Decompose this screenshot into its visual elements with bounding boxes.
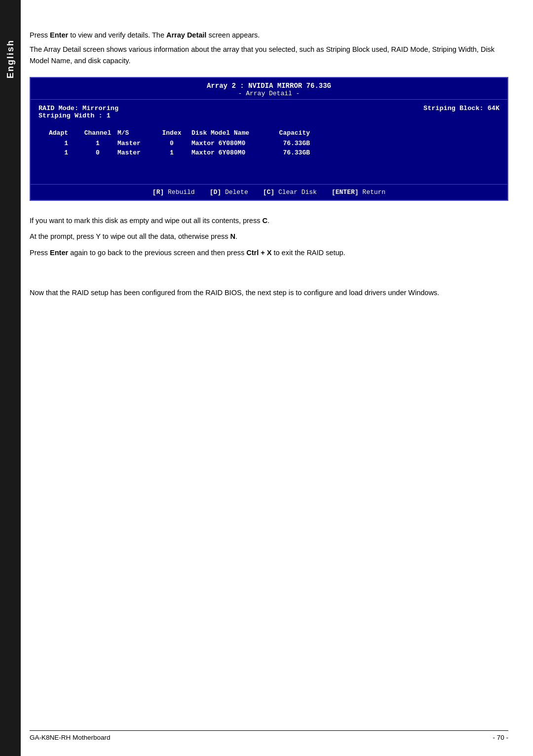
- enter-key-ref1: Enter: [50, 31, 68, 39]
- post-text-4: Now that the RAID setup has been configu…: [30, 287, 508, 299]
- key-rebuild[interactable]: [R] Rebuild: [152, 189, 195, 196]
- bios-raid-info: RAID Mode: Mirroring Striping Width : 1: [38, 105, 118, 119]
- key-delete[interactable]: [D] Delete: [210, 189, 248, 196]
- cell-adapt-1: 1: [38, 140, 78, 147]
- col-header-channel: Channel: [78, 129, 117, 137]
- sidebar: English: [0, 0, 21, 756]
- footer-left: GA-K8NE-RH Motherboard: [30, 734, 111, 741]
- footer-right: - 70 -: [493, 734, 508, 741]
- enter-key-ref2: Enter: [50, 249, 68, 257]
- cell-model-1: Maxtor 6Y080M0: [187, 140, 266, 147]
- cell-capacity-1: 76.33GB: [266, 140, 310, 147]
- bios-title-line1: Array 2 : NVIDIA MIRROR 76.33G: [33, 82, 505, 90]
- cell-channel-2: 0: [78, 149, 117, 156]
- bios-panel: Array 2 : NVIDIA MIRROR 76.33G - Array D…: [30, 77, 508, 201]
- bios-title-line2: - Array Detail -: [33, 90, 505, 97]
- raid-mode-label: RAID Mode: Mirroring: [38, 105, 118, 112]
- cell-ms-1: Master: [117, 140, 157, 147]
- bios-table-header: Adapt Channel M/S Index Disk Model Name …: [31, 121, 507, 139]
- intro-paragraph-2: The Array Detail screen shows various in…: [30, 44, 508, 67]
- bios-info-row: RAID Mode: Mirroring Striping Width : 1 …: [31, 100, 507, 121]
- key-c-ref: C: [262, 217, 267, 225]
- col-header-adapt: Adapt: [38, 129, 78, 137]
- sidebar-label: English: [5, 39, 16, 78]
- key-return[interactable]: [ENTER] Return: [332, 189, 385, 196]
- post-text-3: Press Enter again to go back to the prev…: [30, 247, 508, 259]
- post-text-1: If you want to mark this disk as empty a…: [30, 215, 508, 227]
- cell-capacity-2: 76.33GB: [266, 149, 310, 156]
- page-footer: GA-K8NE-RH Motherboard - 70 -: [30, 730, 508, 741]
- table-row: 1 1 Master 0 Maxtor 6Y080M0 76.33GB: [31, 139, 507, 148]
- key-clear-disk[interactable]: [C] Clear Disk: [263, 189, 317, 196]
- bios-footer: [R] Rebuild [D] Delete [C] Clear Disk [E…: [31, 184, 507, 200]
- cell-adapt-2: 1: [38, 149, 78, 156]
- cell-ms-2: Master: [117, 149, 157, 156]
- cell-model-2: Maxtor 6Y080M0: [187, 149, 266, 156]
- table-row: 1 0 Master 1 Maxtor 6Y080M0 76.33GB: [31, 148, 507, 157]
- striping-block-label: Striping Block: 64K: [423, 105, 499, 112]
- col-header-capacity: Capacity: [266, 129, 310, 137]
- cell-index-1: 0: [157, 140, 187, 147]
- bios-striping-block: Striping Block: 64K: [423, 105, 499, 119]
- intro-paragraph-1: Press Enter to view and verify details. …: [30, 30, 508, 41]
- ctrl-x-ref: Ctrl + X: [246, 249, 271, 257]
- key-n-ref: N: [230, 232, 235, 240]
- bios-title-bar: Array 2 : NVIDIA MIRROR 76.33G - Array D…: [31, 78, 507, 100]
- main-content: Press Enter to view and verify details. …: [30, 0, 508, 299]
- col-header-index: Index: [157, 129, 187, 137]
- cell-index-2: 1: [157, 149, 187, 156]
- array-detail-ref: Array Detail: [166, 31, 206, 39]
- cell-channel-1: 1: [78, 140, 117, 147]
- post-text-2: At the prompt, press Y to wipe out all t…: [30, 230, 508, 243]
- col-header-ms: M/S: [117, 129, 157, 137]
- striping-width-label: Striping Width : 1: [38, 112, 118, 119]
- col-header-model: Disk Model Name: [187, 129, 266, 137]
